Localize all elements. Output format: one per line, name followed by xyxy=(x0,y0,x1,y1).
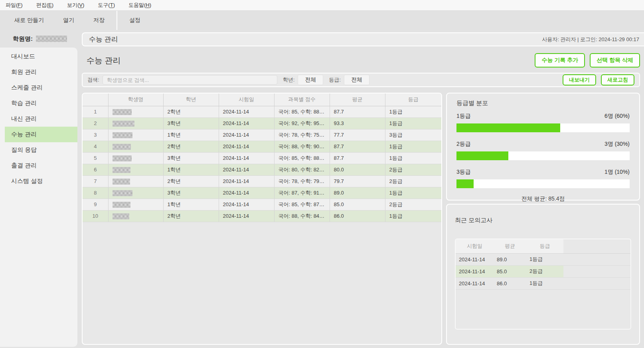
recent-exam-average-cell: 86.0 xyxy=(494,277,526,289)
recent-table-header-cell: 시험일 xyxy=(456,239,494,253)
table-header-cell: 학생명 xyxy=(108,93,163,106)
sidebar-item[interactable]: 대시보드 xyxy=(0,49,77,64)
recent-exam-rank-cell: 1등급 xyxy=(526,253,563,265)
table-row[interactable]: 23학년2024-11-14국어: 92, 수학: 95, …93.31등급 xyxy=(83,117,441,129)
row-number-cell: 6 xyxy=(83,164,108,175)
grade-cell: 2학년 xyxy=(163,141,219,152)
distribution-bar-track xyxy=(456,123,630,132)
exam-date-cell: 2024-11-14 xyxy=(219,141,274,152)
recent-exam-date-cell: 2024-11-14 xyxy=(456,265,494,277)
table-row[interactable]: 102학년2024-11-14국어: 88, 수학: 84, …86.01등급 xyxy=(83,210,441,222)
grade-filter-select[interactable]: 전체 xyxy=(298,75,323,85)
average-cell: 77.7 xyxy=(330,129,385,141)
recent-exam-row: 2024-11-1489.01등급 xyxy=(456,253,630,265)
delete-selected-button[interactable]: 선택 항목 삭제 xyxy=(590,53,640,68)
records-table-panel: 학생명학년시험일과목별 점수평균등급 12학년2024-11-14국어: 85,… xyxy=(82,93,442,345)
sidebar-item[interactable]: 수능 관리 xyxy=(5,127,77,142)
sidebar-item[interactable]: 질의 응답 xyxy=(0,142,77,158)
table-row[interactable]: 31학년2024-11-14국어: 78, 수학: 75, …77.73등급 xyxy=(83,129,441,141)
subject-scores-cell: 국어: 88, 수학: 84, … xyxy=(274,210,330,222)
table-header-row: 학생명학년시험일과목별 점수평균등급 xyxy=(83,93,441,106)
distribution-count-label: 6명 (60%) xyxy=(604,113,630,120)
menu-item[interactable]: 파일(F) xyxy=(6,2,23,9)
sidebar-item[interactable]: 스케줄 관리 xyxy=(0,80,77,95)
sidebar-item[interactable]: 내신 관리 xyxy=(0,111,77,127)
open-button[interactable]: 열기 xyxy=(53,11,84,30)
toolbar-separator xyxy=(117,11,117,30)
sidebar-item[interactable]: 출결 관리 xyxy=(0,158,77,173)
recent-exam-filler-cell xyxy=(563,277,630,289)
table-row[interactable]: 12학년2024-11-14국어: 85, 수학: 88, …87.71등급 xyxy=(83,106,441,117)
censored-academy-name xyxy=(36,36,67,42)
new-button[interactable]: 새로 만들기 xyxy=(5,11,53,30)
average-cell: 87.7 xyxy=(330,152,385,164)
distribution-title: 등급별 분포 xyxy=(456,99,630,107)
student-name-cell xyxy=(108,106,163,117)
menu-item[interactable]: 보기(V) xyxy=(67,2,84,9)
recent-exams-table: 시험일평균등급 2024-11-1489.01등급2024-11-1485.02… xyxy=(456,239,630,290)
refresh-button[interactable]: 새로고침 xyxy=(601,74,634,86)
sidebar: 학원명: 대시보드회원 관리스케줄 관리학습 관리내신 관리수능 관리질의 응답… xyxy=(0,30,80,348)
rank-cell: 1등급 xyxy=(385,152,441,164)
censored-student-name xyxy=(113,190,132,196)
student-name-cell xyxy=(108,164,163,175)
save-button[interactable]: 저장 xyxy=(84,11,114,30)
overall-average: 전체 평균: 85.4점 xyxy=(456,195,630,203)
add-record-button[interactable]: 수능 기록 추가 xyxy=(535,53,585,68)
recent-table-header-cell: 등급 xyxy=(526,239,563,253)
table-row[interactable]: 42학년2024-11-14국어: 88, 수학: 90, …87.71등급 xyxy=(83,141,441,152)
grade-distribution-panel: 등급별 분포 1등급6명 (60%)2등급3명 (30%)3등급1명 (10%)… xyxy=(446,93,640,201)
sidebar-item[interactable]: 학습 관리 xyxy=(0,95,77,111)
menu-item[interactable]: 도구(T) xyxy=(98,2,115,9)
sidebar-item[interactable]: 회원 관리 xyxy=(0,64,77,80)
table-row[interactable]: 72학년2024-11-14국어: 78, 수학: 79, …79.72등급 xyxy=(83,175,441,187)
settings-button[interactable]: 설정 xyxy=(120,11,150,30)
row-number-cell: 2 xyxy=(83,117,108,129)
subject-scores-cell: 국어: 78, 수학: 75, … xyxy=(274,129,330,141)
row-number-cell: 1 xyxy=(83,106,108,117)
subject-scores-cell: 국어: 85, 수학: 88, … xyxy=(274,106,330,117)
table-row[interactable]: 91학년2024-11-14국어: 85, 수학: 87, …85.02등급 xyxy=(83,199,441,210)
student-name-cell xyxy=(108,175,163,187)
recent-exam-average-cell: 89.0 xyxy=(494,253,526,265)
rank-cell: 3등급 xyxy=(385,129,441,141)
average-cell: 89.0 xyxy=(330,187,385,199)
row-number-cell: 5 xyxy=(83,152,108,164)
distribution-bar-fill xyxy=(456,123,560,132)
censored-student-name xyxy=(113,179,130,185)
export-button[interactable]: 내보내기 xyxy=(563,74,596,86)
table-row[interactable]: 61학년2024-11-14국어: 80, 수학: 82, …80.02등급 xyxy=(83,164,441,175)
table-header-cell: 등급 xyxy=(385,93,441,106)
exam-date-cell: 2024-11-14 xyxy=(219,106,274,117)
rank-filter-select[interactable]: 전체 xyxy=(344,75,369,85)
student-name-cell xyxy=(108,199,163,210)
distribution-group: 3등급1명 (10%) xyxy=(456,169,630,188)
distribution-grade-label: 3등급 xyxy=(456,169,471,176)
recent-table-header-row: 시험일평균등급 xyxy=(456,239,630,253)
average-cell: 85.0 xyxy=(330,199,385,210)
distribution-bar-fill xyxy=(456,179,474,188)
student-name-cell xyxy=(108,117,163,129)
menu-item[interactable]: 편집(E) xyxy=(36,2,53,9)
exam-date-cell: 2024-11-14 xyxy=(219,117,274,129)
menu-bar: 파일(F)편집(E)보기(V)도구(T)도움말(H) xyxy=(0,0,644,11)
section-title: 수능 관리 xyxy=(87,55,121,66)
rank-cell: 1등급 xyxy=(385,210,441,222)
subject-scores-cell: 국어: 85, 수학: 87, … xyxy=(274,199,330,210)
search-input[interactable] xyxy=(103,75,277,85)
distribution-grade-label: 2등급 xyxy=(456,141,471,148)
sidebar-item[interactable]: 시스템 설정 xyxy=(0,173,77,189)
rank-cell: 1등급 xyxy=(385,141,441,152)
table-row[interactable]: 53학년2024-11-14국어: 85, 수학: 88, …87.71등급 xyxy=(83,152,441,164)
student-name-cell xyxy=(108,129,163,141)
table-header-cell: 과목별 점수 xyxy=(274,93,330,106)
rank-cell: 2등급 xyxy=(385,164,441,175)
recent-table-header-filler xyxy=(563,239,630,253)
censored-student-name xyxy=(113,213,129,219)
menu-item[interactable]: 도움말(H) xyxy=(128,2,151,9)
sidebar-nav: 대시보드회원 관리스케줄 관리학습 관리내신 관리수능 관리질의 응답출결 관리… xyxy=(0,48,77,347)
censored-student-name xyxy=(113,132,132,138)
table-row[interactable]: 83학년2024-11-14국어: 87, 수학: 91, …89.01등급 xyxy=(83,187,441,199)
grade-cell: 2학년 xyxy=(163,106,219,117)
exam-date-cell: 2024-11-14 xyxy=(219,199,274,210)
